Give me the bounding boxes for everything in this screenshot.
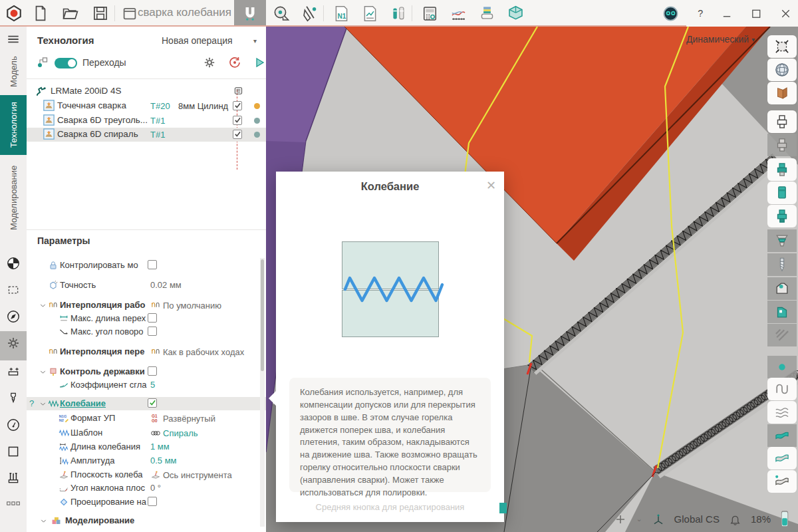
viewport-tool-waves3[interactable] [767,401,797,424]
tree-row[interactable]: Сварка 6D спиральT#1 [27,128,266,142]
rail-compass-icon[interactable] [6,309,21,324]
new-operation-dropdown[interactable]: Новая операция [162,35,233,46]
tree-row[interactable]: LRMate 200iD 4S [27,84,266,98]
rail-balance-icon[interactable] [6,256,21,271]
viewport-tool-flag-gray[interactable] [767,447,797,469]
new-file-button[interactable] [31,4,51,23]
rail-tab-technology[interactable]: Технология [0,95,27,155]
minimize-button[interactable] [717,4,737,23]
rail-gauge-icon[interactable] [6,418,21,432]
play-icon[interactable] [253,56,267,70]
viewport-tool-head1[interactable] [767,277,797,300]
param-value[interactable]: По умолчанию [150,300,221,311]
rail-marquee-sm-icon[interactable] [6,283,21,297]
stock-button[interactable] [505,4,525,23]
param-value[interactable]: 0.5 мм [150,456,177,466]
param-row-контролировать-мо[interactable]: Контролировать мо [27,259,266,272]
viewport-tool-tool-gray[interactable] [767,134,797,156]
operation-checkbox[interactable] [233,101,242,110]
maximize-button[interactable] [746,4,766,23]
param-row-точность[interactable]: Точность0.02 мм [27,279,266,292]
close-button[interactable] [775,4,795,23]
operation-checkbox[interactable] [233,116,242,125]
param-value[interactable]: 0.02 мм [150,280,182,290]
cs-label[interactable]: Global CS [674,513,720,525]
snap-probe-button[interactable] [234,0,266,27]
tree-row[interactable]: Точечная сваркаT#208мм Цилинд [27,99,266,113]
rail-drill-sm-icon[interactable] [6,391,21,406]
chevron-expand-icon[interactable] [39,516,48,525]
assistant-button[interactable] [660,4,680,23]
viewport-tool-head2[interactable] [767,301,797,323]
rail-vise-icon[interactable] [6,471,21,485]
chevron-expand-icon[interactable] [39,368,47,376]
param-checkbox[interactable] [148,313,157,323]
close-icon[interactable]: ✕ [486,178,496,193]
param-row-коэффициент-сгла[interactable]: Коэффициент сгла5 [27,378,266,392]
param-value[interactable]: Ось инструмента [150,469,232,480]
help-icon[interactable]: ? [29,398,34,408]
rail-square-sm-icon[interactable] [6,444,21,459]
param-row-макс-длина-перех[interactable]: Макс. длина перех [27,312,266,325]
tree-row[interactable]: Сварка 6D треуголь...T#1 [27,114,266,128]
param-checkbox[interactable] [148,398,157,408]
param-checkbox[interactable] [148,497,157,506]
rail-tab-simulation[interactable]: Моделирование [0,160,27,235]
plus-icon[interactable] [614,513,627,526]
param-checkbox[interactable] [148,260,157,269]
chevron-down-icon[interactable]: ⌄ [636,515,642,523]
rail-dots3-icon[interactable] [6,496,21,511]
recalculate-icon[interactable] [228,56,243,70]
viewport-tool-tool-teal1[interactable] [767,158,797,181]
param-row-контроль-державки[interactable]: Контроль державки [27,365,266,378]
machine-button[interactable] [477,4,497,23]
param-row-интерполяция-пере[interactable]: Интерполяция переКак в рабочих ходах [27,345,266,358]
coordinate-system-icon[interactable] [651,512,666,527]
stack-icon[interactable] [233,85,244,96]
param-row-длина-колебания[interactable]: Длина колебания1 мм [27,440,266,454]
viewport-tool-hatch[interactable] [767,324,797,346]
tools-button[interactable] [388,4,408,23]
view-mode-dropdown[interactable]: Динамический ▾ [686,34,755,45]
viewport-tool-cone[interactable] [767,229,797,252]
statistics-button[interactable] [448,4,468,23]
param-row-макс-угол-поворо[interactable]: Макс. угол поворо [27,325,266,338]
param-row-амплитуда[interactable]: Амплитуда0.5 мм [27,454,266,467]
param-value[interactable]: 5 [150,380,155,390]
modeling-section-row[interactable]: Моделирование [27,514,266,527]
rail-tab-model[interactable]: Модель [0,55,27,89]
notifications-bell-icon[interactable] [728,512,742,526]
popup-resize-grip[interactable] [499,503,507,513]
viewport-tool-tool-teal3[interactable] [767,205,797,227]
hamburger-menu-icon[interactable] [6,32,21,47]
rail-workpiece-icon[interactable] [6,364,21,379]
param-row-шаблон[interactable]: ШаблонСпираль [27,426,266,440]
viewport-tool-marquee[interactable] [767,35,797,58]
viewport-tool-sphere[interactable] [767,59,797,81]
param-row-угол-наклона-плос[interactable]: Угол наклона плос0 ° [27,481,266,495]
param-value[interactable]: Как в рабочих ходах [150,346,244,357]
param-value[interactable]: 1 мм [150,442,170,452]
viewport-tool-face-orange[interactable] [767,82,797,104]
chevron-expand-icon[interactable] [39,400,47,408]
caliper-button[interactable] [300,4,320,23]
param-row-интерполяция-рабо[interactable]: Интерполяция рабоПо умолчанию [27,299,266,312]
gear-icon[interactable] [203,56,217,70]
rail-gear-icon[interactable] [6,336,21,350]
transitions-toggle[interactable] [55,58,77,68]
params-scrollbar[interactable] [260,258,265,527]
chevron-down-icon[interactable]: ▾ [253,37,257,45]
param-value[interactable]: 0 ° [150,483,161,493]
viewport-tool-tool-teal2[interactable] [767,182,797,204]
viewport-tool-flag-dot[interactable] [767,470,797,493]
save-button[interactable] [90,4,110,23]
viewport-tool-drill2[interactable] [767,253,797,276]
viewport-tool-flag-teal[interactable] [767,424,797,447]
param-checkbox[interactable] [148,366,157,376]
measure-button[interactable] [271,4,291,23]
viewport-tool-curve[interactable] [767,378,797,400]
app-logo[interactable] [4,4,24,23]
viewport-tool-tool-white[interactable] [767,110,797,133]
gcode-button[interactable]: N1 [331,4,351,23]
calculator-button[interactable] [420,4,440,23]
